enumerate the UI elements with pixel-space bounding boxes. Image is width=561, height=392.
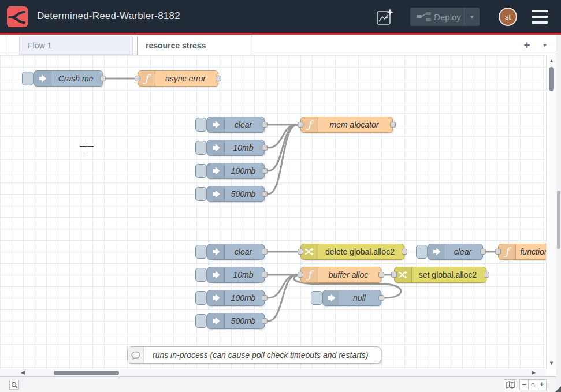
horizontal-scrollbar-thumb[interactable]	[54, 371, 119, 375]
shuffle-icon	[395, 267, 412, 282]
flow-canvas[interactable]: Crash meƒasync errorclear10mb100mb500mbƒ…	[0, 55, 546, 369]
inject-arrow-icon	[34, 71, 51, 86]
deploy-caret-icon[interactable]: ▾	[465, 13, 480, 21]
vertical-scrollbar[interactable]: ▲ ▼	[546, 55, 556, 369]
output-port[interactable]	[262, 145, 268, 151]
function-icon: ƒ	[138, 71, 155, 86]
node-100mb-2[interactable]: 100mb	[207, 290, 265, 306]
navigator-map-icon[interactable]	[504, 379, 517, 390]
node-clear-3[interactable]: clear	[428, 244, 483, 260]
node-label: runs in-process (can cause poll check ti…	[145, 347, 378, 363]
node-500mb-1[interactable]: 500mb	[207, 186, 265, 202]
inject-arrow-icon	[207, 290, 225, 305]
browser-scrollbar[interactable]	[556, 35, 561, 392]
node-clear-2[interactable]: clear	[207, 244, 265, 260]
inject-trigger-button[interactable]	[195, 118, 207, 132]
input-port[interactable]	[298, 249, 303, 255]
node-label: buffer alloc	[318, 267, 378, 282]
browser-scrollbar-thumb[interactable]	[557, 191, 560, 249]
node-function[interactable]: ƒfunction	[498, 244, 546, 260]
scroll-right-icon[interactable]: ▶	[532, 369, 536, 375]
node-500mb-2[interactable]: 500mb	[207, 313, 265, 329]
input-port[interactable]	[135, 76, 140, 81]
node-label: 500mb	[225, 313, 262, 328]
inject-trigger-button[interactable]	[311, 291, 322, 305]
tab-scroll-left[interactable]	[0, 35, 5, 55]
inject-trigger-button[interactable]	[195, 291, 207, 305]
window-resize-grip[interactable]	[555, 386, 561, 392]
flowfuse-logo[interactable]	[7, 6, 28, 27]
node-async-error[interactable]: ƒasync error	[138, 70, 218, 87]
scroll-left-icon[interactable]: ◀	[21, 369, 25, 375]
tab-resource-stress[interactable]: resource stress	[137, 36, 252, 55]
output-port[interactable]	[216, 76, 221, 81]
inject-trigger-button[interactable]	[195, 314, 207, 328]
inject-arrow-icon	[207, 313, 225, 328]
node-null[interactable]: null	[322, 290, 381, 306]
output-port[interactable]	[262, 191, 268, 197]
inject-trigger-button[interactable]	[22, 72, 34, 85]
output-port[interactable]	[262, 295, 268, 301]
inject-trigger-button[interactable]	[195, 268, 207, 282]
node-label: 500mb	[225, 186, 262, 201]
input-port[interactable]	[298, 122, 303, 128]
input-port[interactable]	[495, 249, 501, 255]
node-buffer-alloc[interactable]: ƒbuffer alloc	[300, 267, 381, 283]
output-port[interactable]	[262, 249, 268, 255]
node-label: delete global.alloc2	[318, 244, 402, 259]
scroll-down-icon[interactable]: ▼	[549, 360, 554, 366]
footer-toolbar: − ○ +	[0, 376, 556, 392]
node-label: 10mb	[225, 140, 262, 155]
wire-100mb-2-to-buffer-alloc[interactable]	[268, 275, 297, 298]
output-port[interactable]	[262, 318, 268, 324]
search-icon[interactable]	[9, 380, 19, 390]
output-port[interactable]	[402, 249, 407, 255]
wire-10mb-1-to-mem-alocator[interactable]	[268, 125, 297, 148]
zoom-out-button[interactable]: −	[520, 380, 529, 390]
output-port[interactable]	[390, 122, 396, 128]
inject-trigger-button[interactable]	[195, 164, 207, 178]
function-icon: ƒ	[301, 117, 318, 132]
scroll-up-icon[interactable]: ▲	[549, 58, 554, 64]
node-100mb-1[interactable]: 100mb	[207, 163, 265, 179]
zoom-in-button[interactable]: +	[537, 380, 546, 390]
deploy-button[interactable]: Deploy ▾	[410, 8, 480, 26]
node-crash-me[interactable]: Crash me	[34, 70, 103, 87]
tab-flow-1[interactable]: Flow 1	[19, 36, 133, 55]
add-flow-button[interactable]: +	[520, 38, 534, 52]
output-port[interactable]	[484, 272, 489, 278]
inject-arrow-icon	[323, 290, 340, 305]
function-icon: ƒ	[499, 244, 516, 259]
output-port[interactable]	[378, 272, 384, 278]
vertical-scrollbar-thumb[interactable]	[549, 67, 554, 91]
input-port[interactable]	[391, 272, 397, 278]
zoom-reset-button[interactable]: ○	[529, 380, 537, 390]
input-port[interactable]	[298, 272, 303, 278]
output-port[interactable]	[480, 249, 486, 255]
comment-node-comment[interactable]: runs in-process (can cause poll check ti…	[127, 346, 381, 364]
node-set-global-alloc2[interactable]: set global.alloc2	[394, 267, 486, 283]
node-10mb-1[interactable]: 10mb	[207, 140, 265, 156]
inject-trigger-button[interactable]	[195, 141, 207, 155]
output-port[interactable]	[262, 272, 268, 278]
hamburger-menu-icon[interactable]	[532, 10, 548, 24]
output-port[interactable]	[262, 168, 268, 174]
assistant-icon[interactable]	[376, 8, 394, 26]
inject-trigger-button[interactable]	[195, 245, 207, 259]
node-label: null	[340, 290, 378, 305]
user-avatar[interactable]: st	[499, 8, 517, 26]
node-10mb-2[interactable]: 10mb	[207, 267, 265, 283]
inject-trigger-button[interactable]	[195, 187, 207, 201]
node-mem-alocator[interactable]: ƒmem alocator	[300, 117, 393, 133]
output-port[interactable]	[262, 122, 268, 128]
flow-list-caret-icon[interactable]: ▾	[538, 40, 551, 50]
node-clear-1[interactable]: clear	[207, 117, 265, 133]
inject-trigger-button[interactable]	[416, 245, 428, 259]
node-label: clear	[225, 244, 262, 259]
cursor-crosshair	[87, 139, 88, 154]
output-port[interactable]	[378, 295, 384, 301]
horizontal-scrollbar[interactable]: ◀ ▶	[0, 369, 546, 376]
node-delete-global-alloc2[interactable]: delete global.alloc2	[300, 244, 404, 260]
flowfuse-logo-glyph	[7, 6, 28, 27]
output-port[interactable]	[100, 76, 106, 81]
